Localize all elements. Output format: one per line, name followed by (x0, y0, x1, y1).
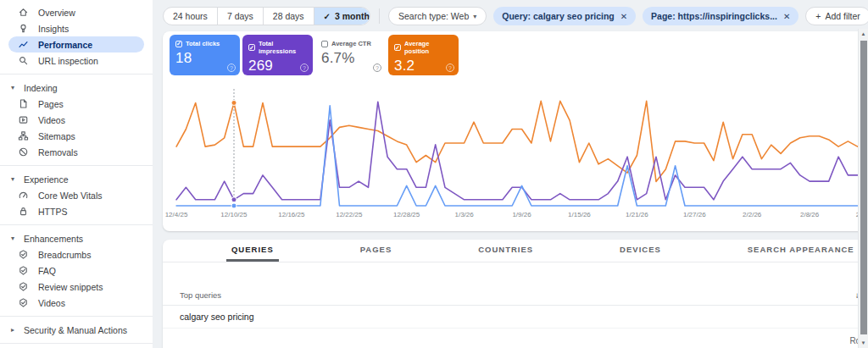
chevron-right-icon: ▸ (11, 326, 18, 334)
table-header-row: Top queries ↓ ClicksImpressionsPosition (163, 284, 868, 306)
enhancement-icon (18, 281, 29, 292)
performance-chart[interactable]: 12/4/2512/10/2512/16/2512/22/2512/28/251… (171, 86, 868, 209)
metric-cards: ✓Total clicks18?✓Total impressions269?Av… (170, 35, 868, 75)
table-card: QUERIESPAGESCOUNTRIESDEVICESSEARCH APPEA… (163, 240, 868, 348)
checked-checkbox-icon[interactable]: ✓ (248, 44, 255, 51)
sidebar-item-sitemaps[interactable]: Sitemaps (0, 128, 153, 144)
insights-icon (18, 23, 29, 34)
add-filter-button[interactable]: + Add filter (805, 7, 868, 25)
search-type-button[interactable]: Search type: Web ▾ (388, 7, 487, 25)
filter-chip[interactable]: Page: https://inspiringclicks...✕ (643, 7, 798, 25)
metric-card-average-ctr[interactable]: Average CTR6.7%? (315, 35, 386, 75)
metric-label: Total impressions (259, 40, 307, 55)
divider (379, 8, 380, 24)
chevron-down-icon: ▾ (11, 175, 18, 183)
table-tabs: QUERIESPAGESCOUNTRIESDEVICESSEARCH APPEA… (163, 240, 868, 262)
close-icon[interactable]: ✕ (783, 12, 790, 21)
core-web-vitals-icon (18, 190, 29, 201)
app-root: OverviewInsightsPerformanceURL inspectio… (0, 0, 868, 348)
table-row[interactable]: calgary seo pricing182693.2 (163, 306, 868, 329)
tab-pages[interactable]: PAGES (355, 240, 398, 262)
date-range-3-months[interactable]: ✓3 months (314, 8, 371, 25)
scroll-down-arrow-icon[interactable]: ▼ (859, 340, 868, 345)
sidebar-item-core-web-vitals[interactable]: Core Web Vitals (0, 187, 153, 203)
metric-label: Average CTR (331, 40, 371, 47)
add-filter-label: Add filter (825, 11, 860, 21)
unchecked-checkbox-icon[interactable] (321, 41, 328, 47)
main-content: 24 hours7 days28 days✓3 monthsMore▾ Sear… (153, 0, 868, 348)
filter-bar: 24 hours7 days28 days✓3 monthsMore▾ Sear… (163, 7, 868, 25)
x-axis-tick-label: 1/3/26 (454, 211, 473, 218)
sidebar-item-breadcrumbs[interactable]: Breadcrumbs (0, 246, 153, 262)
metric-card-total-impressions[interactable]: ✓Total impressions269? (242, 35, 313, 75)
x-axis-tick-label: 1/21/26 (626, 211, 648, 218)
sidebar: OverviewInsightsPerformanceURL inspectio… (0, 0, 153, 348)
filter-chip[interactable]: Query: calgary seo pricing✕ (493, 7, 636, 25)
tab-search-appearance[interactable]: SEARCH APPEARANCE (743, 240, 860, 262)
date-range-24-hours[interactable]: 24 hours (164, 8, 218, 25)
metric-value: 18 (175, 50, 234, 67)
enhancement-icon (18, 297, 29, 308)
check-icon: ✓ (324, 12, 331, 21)
performance-chart-card: ✓Total clicks18?✓Total impressions269?Av… (163, 31, 868, 231)
metric-value: 269 (248, 58, 307, 75)
sidebar-item-faq[interactable]: FAQ (0, 262, 153, 279)
sidebar-item-removals[interactable]: Removals (0, 144, 153, 160)
metric-label: Average position (404, 40, 453, 55)
videos-icon (18, 114, 29, 125)
enhancement-icon (18, 265, 29, 276)
help-icon[interactable]: ? (227, 64, 236, 72)
x-axis-tick-label: 1/27/26 (683, 211, 706, 218)
pages-icon (18, 98, 29, 109)
tab-devices[interactable]: DEVICES (615, 240, 666, 262)
checked-checkbox-icon[interactable]: ✓ (394, 44, 401, 51)
sidebar-item-performance[interactable]: Performance (8, 36, 144, 52)
metric-card-total-clicks[interactable]: ✓Total clicks18? (170, 35, 240, 75)
impressions-line (176, 102, 868, 200)
close-icon[interactable]: ✕ (620, 12, 627, 21)
sidebar-group-indexing[interactable]: ▾Indexing (0, 80, 153, 96)
sidebar-divider (0, 343, 153, 344)
sidebar-divider (0, 316, 153, 317)
home-icon (18, 7, 29, 18)
sidebar-item-https[interactable]: HTTPS (0, 203, 153, 219)
help-icon[interactable]: ? (373, 64, 381, 72)
checked-checkbox-icon[interactable]: ✓ (175, 41, 182, 47)
url-inspection-icon (18, 55, 29, 66)
scrollbar[interactable]: ▲ ▼ (858, 29, 868, 348)
date-range-7-days[interactable]: 7 days (218, 8, 264, 25)
scroll-up-arrow-icon[interactable]: ▲ (859, 31, 868, 36)
sidebar-item-review-snippets[interactable]: Review snippets (0, 279, 153, 295)
help-icon[interactable]: ? (300, 64, 309, 72)
removals-icon (18, 146, 29, 157)
metric-label: Total clicks (186, 40, 220, 47)
sidebar-group-enhancements[interactable]: ▾Enhancements (0, 230, 153, 246)
plus-icon: + (815, 11, 821, 21)
metric-value: 3.2 (394, 58, 453, 75)
position-marker-dot (231, 100, 236, 105)
column-top-queries[interactable]: Top queries (180, 290, 819, 300)
help-icon[interactable]: ? (446, 64, 454, 72)
x-axis-tick-label: 1/15/26 (568, 211, 591, 218)
chart-canvas (171, 86, 868, 209)
x-axis-tick-label: 2/2/26 (743, 211, 761, 218)
sidebar-item-overview[interactable]: Overview (0, 4, 153, 20)
sidebar-group-experience[interactable]: ▾Experience (0, 171, 153, 187)
sidebar-item-videos[interactable]: Videos (0, 295, 153, 311)
tab-countries[interactable]: COUNTRIES (473, 240, 538, 262)
clicks-marker-dot (231, 203, 236, 208)
sidebar-item-pages[interactable]: Pages (0, 96, 153, 112)
sidebar-item-videos[interactable]: Videos (0, 112, 153, 128)
sidebar-item-url-inspection[interactable]: URL inspection (0, 52, 153, 69)
sidebar-item-insights[interactable]: Insights (0, 20, 153, 36)
x-axis-tick-label: 12/28/25 (393, 211, 420, 218)
sidebar-divider (0, 74, 153, 75)
metric-card-average-position[interactable]: ✓Average position3.2? (388, 35, 459, 75)
tab-queries[interactable]: QUERIES (226, 240, 279, 262)
date-range-28-days[interactable]: 28 days (264, 8, 314, 25)
x-axis-tick-label: 12/16/25 (278, 211, 304, 218)
sidebar-group-security-manual-actions[interactable]: ▸Security & Manual Actions (0, 322, 153, 338)
x-axis-tick-label: 1/9/26 (512, 211, 531, 218)
x-axis-tick-label: 12/4/25 (165, 211, 188, 218)
scrollbar-thumb[interactable] (860, 41, 867, 334)
